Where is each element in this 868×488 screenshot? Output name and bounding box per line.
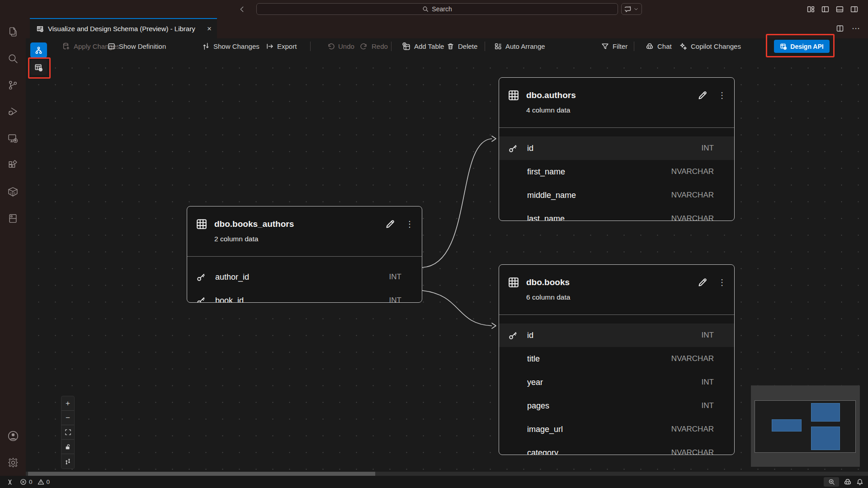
source-control-icon[interactable]	[7, 79, 19, 91]
editor-more-actions-icon[interactable]: ⋯	[852, 23, 860, 33]
table-row[interactable]: id INT	[499, 324, 734, 347]
table-row[interactable]: author_id INT	[187, 265, 422, 289]
table-row[interactable]: year INT	[499, 371, 734, 394]
fit-view-button[interactable]	[61, 425, 74, 440]
chat-label: Chat	[657, 42, 672, 50]
error-count: 0	[29, 479, 33, 485]
remote-indicator-icon[interactable]	[6, 479, 14, 486]
export-button[interactable]: Export	[266, 38, 297, 54]
table-menu-icon[interactable]: ⋮	[406, 219, 414, 229]
primary-key-icon	[508, 331, 518, 340]
title-bar: Search	[0, 0, 868, 18]
table-row[interactable]: pages INT	[499, 394, 734, 418]
table-title: dbo.books_authors	[214, 219, 377, 229]
edit-pencil-icon[interactable]	[697, 277, 708, 288]
copilot-status-icon[interactable]	[844, 478, 852, 486]
column-name: pages	[527, 401, 702, 411]
design-api-button[interactable]: Design API	[774, 40, 830, 53]
show-changes-button[interactable]: Show Changes	[202, 38, 259, 54]
copilot-changes-button[interactable]: Copilot Changes	[679, 38, 741, 54]
table-header[interactable]: dbo.authors ⋮ 4 column data	[499, 87, 734, 136]
diagram-minimap[interactable]	[751, 385, 860, 467]
table-node-books[interactable]: dbo.books ⋮ 6 column data id INT title N…	[499, 264, 735, 455]
table-subtitle: 2 column data	[196, 235, 414, 243]
filter-button[interactable]: Filter	[601, 38, 627, 54]
schema-designer-icon	[36, 25, 44, 33]
search-view-icon[interactable]	[7, 52, 19, 64]
lock-toggle-button[interactable]	[61, 440, 74, 454]
navigate-back-button[interactable]	[236, 3, 248, 15]
table-row[interactable]: title NVARCHAR	[499, 347, 734, 371]
table-row[interactable]: category NVARCHAR	[499, 441, 734, 455]
copilot-menu-button[interactable]	[621, 3, 642, 15]
undo-label: Undo	[338, 42, 354, 50]
column-name: book_id	[215, 296, 389, 303]
run-debug-icon[interactable]	[7, 106, 19, 117]
table-header[interactable]: dbo.books ⋮ 6 column data	[499, 274, 734, 324]
chat-button[interactable]: Chat	[646, 38, 672, 54]
minimap-node-books	[811, 427, 840, 450]
table-row[interactable]: last_name NVARCHAR	[499, 207, 734, 221]
add-table-icon	[402, 42, 410, 51]
containers-icon[interactable]	[7, 186, 19, 197]
table-node-books-authors[interactable]: dbo.books_authors ⋮ 2 column data author…	[187, 206, 422, 303]
redo-icon	[360, 42, 368, 50]
database-server-icon[interactable]	[7, 212, 19, 224]
scrollbar-thumb[interactable]	[28, 472, 375, 476]
table-row[interactable]: image_url NVARCHAR	[499, 418, 734, 441]
table-menu-icon[interactable]: ⋮	[718, 277, 726, 287]
column-type: NVARCHAR	[671, 425, 714, 434]
explorer-icon[interactable]	[7, 26, 19, 38]
trash-icon	[447, 42, 454, 50]
editor-tab-bar: Visualize and Design Schema (Preview) - …	[26, 18, 868, 38]
settings-gear-icon[interactable]	[7, 457, 19, 469]
edit-pencil-icon[interactable]	[697, 90, 708, 101]
auto-arrange-button[interactable]: Auto Arrange	[494, 38, 545, 54]
schema-visualize-button[interactable]	[30, 42, 47, 58]
zoom-status-button[interactable]	[824, 477, 839, 487]
redo-button[interactable]: Redo	[360, 38, 388, 54]
zoom-in-button[interactable]: +	[61, 396, 74, 411]
edge-arrowhead	[492, 136, 496, 141]
delete-button[interactable]: Delete	[447, 38, 477, 54]
column-name: id	[527, 144, 702, 153]
split-editor-icon[interactable]	[836, 25, 844, 32]
extensions-icon[interactable]	[7, 159, 19, 171]
remote-explorer-icon[interactable]	[7, 132, 19, 144]
column-name: middle_name	[527, 191, 671, 200]
table-title: dbo.authors	[526, 90, 690, 100]
undo-button[interactable]: Undo	[327, 38, 354, 54]
tab-visualize-design-schema[interactable]: Visualize and Design Schema (Preview) - …	[30, 18, 217, 38]
table-row[interactable]: book_id INT	[187, 289, 422, 303]
tab-title: Visualize and Design Schema (Preview) - …	[48, 25, 195, 33]
table-row[interactable]: middle_name NVARCHAR	[499, 183, 734, 207]
horizontal-scrollbar[interactable]	[26, 472, 868, 476]
column-type: INT	[702, 378, 714, 387]
toggle-primary-sidebar-icon[interactable]	[821, 5, 829, 13]
zoom-out-button[interactable]: −	[61, 411, 74, 425]
add-table-button[interactable]: Add Table	[402, 38, 444, 54]
schema-diagram-canvas[interactable]: dbo.books_authors ⋮ 2 column data author…	[26, 54, 868, 472]
edit-pencil-icon[interactable]	[385, 219, 396, 230]
toggle-secondary-sidebar-icon[interactable]	[850, 5, 858, 13]
notifications-bell-icon[interactable]	[856, 479, 863, 486]
toggle-panel-icon[interactable]	[836, 5, 844, 13]
customize-layout-icon[interactable]	[807, 5, 815, 13]
account-icon[interactable]	[7, 430, 19, 442]
table-row[interactable]: first_name NVARCHAR	[499, 160, 734, 183]
table-designer-button[interactable]	[30, 60, 47, 75]
table-row[interactable]: id INT	[499, 136, 734, 160]
copilot-chat-icon	[625, 5, 632, 13]
problems-indicator[interactable]: 0 0	[20, 479, 50, 485]
column-name: last_name	[527, 214, 671, 221]
table-node-authors[interactable]: dbo.authors ⋮ 4 column data id INT first…	[499, 77, 735, 221]
table-header[interactable]: dbo.books_authors ⋮ 2 column data	[187, 216, 422, 265]
table-menu-icon[interactable]: ⋮	[718, 90, 726, 100]
edge-arrowhead	[492, 323, 496, 328]
tab-close-icon[interactable]: ×	[207, 25, 212, 33]
minimap-node-authors	[811, 403, 840, 422]
refresh-layout-button[interactable]	[61, 454, 74, 469]
changes-icon	[202, 42, 210, 50]
show-definition-button[interactable]: Show Definition	[108, 38, 166, 54]
command-center-search[interactable]: Search	[256, 3, 618, 15]
